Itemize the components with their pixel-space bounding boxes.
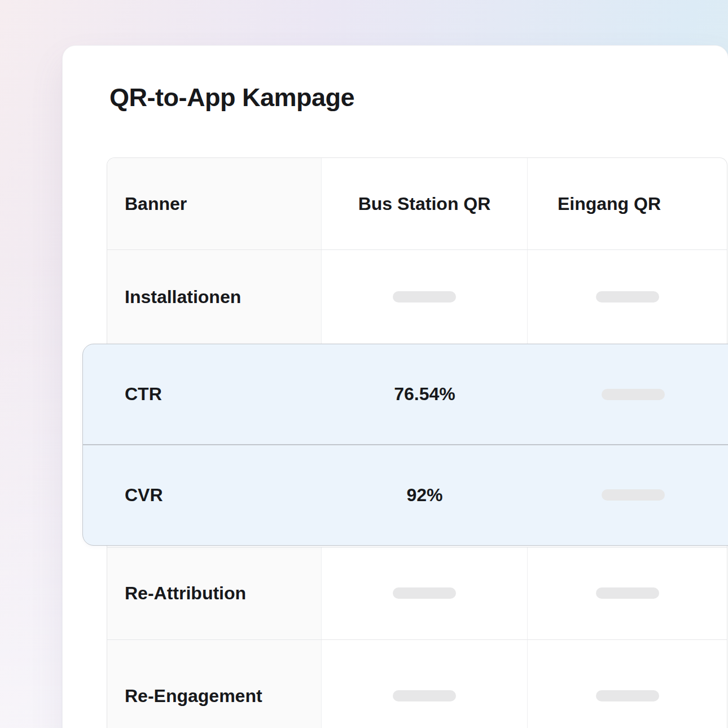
empty-value-pill <box>393 587 456 599</box>
table-header-row: Banner Bus Station QR Eingang QR <box>107 158 727 250</box>
metric-value: 76.54% <box>322 344 528 444</box>
row-label: Installationen <box>107 250 321 344</box>
metric-cell <box>321 547 527 639</box>
metric-cell <box>321 640 527 728</box>
metric-cell <box>321 250 527 344</box>
empty-value-pill <box>602 489 665 501</box>
metric-cell <box>528 344 728 444</box>
empty-value-pill <box>596 587 659 599</box>
table-row-ctr[interactable]: CTR 76.54% <box>83 344 728 444</box>
page-background: QR-to-App Kampage Banner Bus Station QR … <box>0 0 728 728</box>
empty-value-pill <box>393 690 456 701</box>
table-row-re-attribution: Re-Attribution <box>107 547 727 639</box>
empty-value-pill <box>596 690 659 701</box>
row-label: CTR <box>83 344 322 444</box>
highlighted-rows-group[interactable]: CTR 76.54% CVR 92% <box>82 344 728 546</box>
campaign-card: QR-to-App Kampage Banner Bus Station QR … <box>62 45 728 728</box>
header-cell-banner: Banner <box>107 158 321 249</box>
empty-value-pill <box>393 291 456 302</box>
empty-value-pill <box>602 389 665 400</box>
metric-cell <box>527 250 727 344</box>
header-cell-bus-station-qr: Bus Station QR <box>321 158 527 249</box>
header-cell-eingang-qr: Eingang QR <box>527 158 727 249</box>
metric-cell <box>527 640 727 728</box>
row-label: Re-Engagement <box>107 640 321 728</box>
table-row-re-engagement: Re-Engagement <box>107 639 727 728</box>
table-row-installationen: Installationen <box>107 250 727 344</box>
metric-cell <box>527 547 727 639</box>
page-title: QR-to-App Kampage <box>109 83 354 112</box>
table-row-cvr[interactable]: CVR 92% <box>83 445 728 545</box>
empty-value-pill <box>596 291 659 302</box>
row-label: Re-Attribution <box>107 547 321 639</box>
row-label: CVR <box>83 445 322 545</box>
metric-value: 92% <box>322 445 528 545</box>
metrics-table: Banner Bus Station QR Eingang QR Install… <box>107 157 727 728</box>
metric-cell <box>528 445 728 545</box>
